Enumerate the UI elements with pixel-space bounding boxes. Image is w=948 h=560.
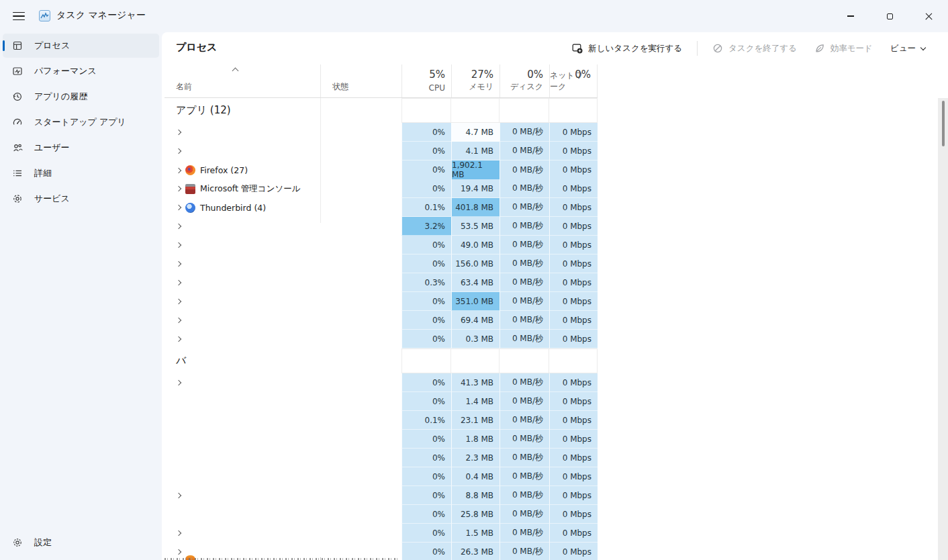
process-row[interactable]: 0%156.0 MB0 MB/秒0 Mbps — [164, 254, 598, 273]
process-row[interactable]: 0%351.0 MB0 MB/秒0 Mbps — [164, 292, 598, 311]
expand-chevron-icon[interactable] — [176, 224, 181, 229]
process-name-cell[interactable] — [164, 217, 320, 236]
process-row[interactable]: 0%1.8 MB0 MB/秒0 Mbps — [164, 430, 598, 449]
disk-value-cell: 0 MB/秒 — [500, 543, 549, 560]
process-row[interactable]: 0%69.4 MB0 MB/秒0 Mbps — [164, 311, 598, 330]
process-row[interactable]: 0%4.7 MB0 MB/秒0 Mbps — [164, 123, 598, 142]
process-row[interactable]: 0%1.4 MB0 MB/秒0 Mbps — [164, 392, 598, 411]
process-row[interactable]: 0%1.5 MB0 MB/秒0 Mbps — [164, 524, 598, 543]
expand-chevron-icon[interactable] — [176, 280, 181, 285]
group-header-row[interactable]: バ — [164, 348, 598, 373]
expand-chevron-icon[interactable] — [176, 530, 181, 536]
expand-chevron-icon[interactable] — [176, 167, 181, 173]
process-row[interactable]: 0.3%63.4 MB0 MB/秒0 Mbps — [164, 273, 598, 292]
process-row[interactable]: 0%8.8 MB0 MB/秒0 Mbps — [164, 486, 598, 505]
process-row[interactable]: 0%0.4 MB0 MB/秒0 Mbps — [164, 467, 598, 486]
process-name-cell[interactable] — [164, 311, 320, 330]
view-button[interactable]: ビュー — [884, 39, 932, 58]
expand-chevron-icon[interactable] — [176, 186, 181, 191]
column-header-memory[interactable]: 27% メモリ — [451, 64, 500, 97]
expand-chevron-icon[interactable] — [176, 130, 181, 135]
expand-chevron-icon[interactable] — [176, 380, 181, 385]
scrollbar-thumb[interactable] — [942, 101, 945, 146]
process-name-cell[interactable] — [164, 273, 320, 292]
process-row[interactable]: 0%49.0 MB0 MB/秒0 Mbps — [164, 236, 598, 254]
memory-value-cell: 156.0 MB — [451, 254, 500, 273]
column-header-name[interactable]: 名前 — [164, 64, 320, 97]
expand-chevron-icon[interactable] — [176, 493, 181, 498]
process-name-cell[interactable] — [164, 524, 320, 543]
process-name-cell[interactable] — [164, 254, 320, 273]
process-name-cell[interactable] — [164, 330, 320, 348]
toolbar-divider — [697, 41, 698, 56]
process-status-cell — [320, 123, 401, 142]
process-row[interactable]: 0.1%23.1 MB0 MB/秒0 Mbps — [164, 411, 598, 430]
group-header-row[interactable]: アプリ (12) — [164, 98, 598, 123]
vertical-scrollbar[interactable] — [938, 98, 948, 560]
process-name-cell[interactable] — [164, 449, 320, 467]
process-row[interactable]: 0%4.1 MB0 MB/秒0 Mbps — [164, 142, 598, 160]
process-row[interactable]: Microsoft 管理コンソール0%19.4 MB0 MB/秒0 Mbps — [164, 179, 598, 198]
process-name-cell[interactable] — [164, 373, 320, 392]
close-button[interactable] — [909, 0, 948, 32]
expand-chevron-icon[interactable] — [176, 148, 181, 154]
process-name-cell[interactable] — [164, 392, 320, 411]
sidebar-item-users[interactable]: ユーザー — [3, 136, 159, 160]
process-name-cell[interactable] — [164, 486, 320, 505]
expand-chevron-icon[interactable] — [176, 336, 181, 342]
maximize-button[interactable] — [870, 0, 909, 32]
network-value-cell: 0 Mbps — [549, 217, 598, 236]
process-name-cell[interactable] — [164, 467, 320, 486]
expand-chevron-icon[interactable] — [176, 205, 181, 210]
sidebar-item-performance[interactable]: パフォーマンス — [3, 59, 159, 83]
process-status-cell — [320, 198, 401, 217]
process-name-cell[interactable] — [164, 123, 320, 142]
process-name-cell[interactable] — [164, 505, 320, 524]
cpu-value-cell: 0% — [401, 179, 451, 198]
group-empty-cell — [401, 98, 451, 123]
efficiency-mode-button[interactable]: 効率モード — [808, 39, 880, 58]
process-row[interactable]: 0%41.3 MB0 MB/秒0 Mbps — [164, 373, 598, 392]
expand-chevron-icon[interactable] — [176, 261, 181, 267]
process-name-cell[interactable] — [164, 430, 320, 449]
process-row[interactable]: 0%2.3 MB0 MB/秒0 Mbps — [164, 449, 598, 467]
network-value-cell: 0 Mbps — [549, 486, 598, 505]
minimize-button[interactable] — [831, 0, 870, 32]
process-name-cell[interactable] — [164, 236, 320, 254]
efficiency-mode-label: 効率モード — [831, 43, 873, 54]
disk-value-cell: 0 MB/秒 — [500, 273, 549, 292]
disk-value-cell: 0 MB/秒 — [500, 292, 549, 311]
sidebar-item-services[interactable]: サービス — [3, 187, 159, 211]
run-new-task-button[interactable]: 新しいタスクを実行する — [565, 39, 689, 58]
sidebar-item-details[interactable]: 詳細 — [3, 161, 159, 185]
expand-chevron-icon[interactable] — [176, 549, 181, 555]
expand-chevron-icon[interactable] — [176, 318, 181, 323]
process-row[interactable]: 0%25.8 MB0 MB/秒0 Mbps — [164, 505, 598, 524]
process-name-cell[interactable] — [164, 292, 320, 311]
sidebar-item-app-history[interactable]: アプリの履歴 — [3, 85, 159, 109]
sidebar-item-settings[interactable]: 設定 — [3, 530, 159, 555]
process-name-cell[interactable] — [164, 411, 320, 430]
column-header-disk[interactable]: 0% ディスク — [500, 64, 549, 97]
process-name-cell[interactable]: Firefox (27) — [164, 160, 320, 180]
disk-value-cell: 0 MB/秒 — [500, 198, 549, 217]
expand-chevron-icon[interactable] — [176, 299, 181, 304]
process-name-cell[interactable] — [164, 142, 320, 160]
column-header-status[interactable]: 状態 — [320, 64, 401, 97]
process-row[interactable]: 3.2%53.5 MB0 MB/秒0 Mbps — [164, 217, 598, 236]
column-header-network[interactable]: 0% ネットワーク — [549, 64, 598, 97]
process-name-cell[interactable]: Microsoft 管理コンソール — [164, 179, 320, 198]
column-header-cpu[interactable]: 5% CPU — [401, 64, 451, 97]
process-row[interactable]: Firefox (27)0%1,902.1 MB0 MB/秒0 Mbps — [164, 160, 598, 179]
process-status-cell — [320, 254, 401, 273]
sidebar-item-startup-apps[interactable]: スタートアップ アプリ — [3, 110, 159, 134]
expand-chevron-icon[interactable] — [176, 242, 181, 248]
process-name-cell[interactable]: Thunderbird (4) — [164, 198, 320, 217]
hamburger-menu-icon[interactable] — [9, 7, 28, 26]
disk-value-cell: 0 MB/秒 — [500, 123, 549, 142]
process-row[interactable]: Thunderbird (4)0.1%401.8 MB0 MB/秒0 Mbps — [164, 198, 598, 217]
process-row[interactable]: 0%0.3 MB0 MB/秒0 Mbps — [164, 330, 598, 348]
sidebar-item-label: プロセス — [34, 40, 70, 52]
sidebar-item-processes[interactable]: プロセス — [3, 34, 159, 58]
end-task-button[interactable]: タスクを終了する — [706, 39, 804, 58]
